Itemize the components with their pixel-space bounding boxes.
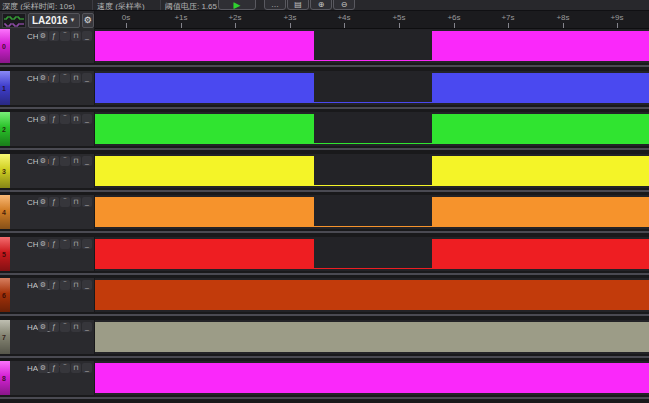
channel-color-strip[interactable]: 0: [0, 29, 10, 63]
channel-trigger-low-icon[interactable]: _: [82, 73, 92, 83]
waveform-track[interactable]: [95, 71, 649, 105]
ruler-tick-mark: [563, 23, 564, 28]
channel-trigger-edge-icon[interactable]: ⊓: [71, 239, 81, 249]
ruler-tick-label: +6s: [447, 13, 460, 22]
ruler-tick-mark: [126, 23, 127, 28]
channel-trigger-high-icon[interactable]: ‾: [60, 239, 70, 249]
waveform-track[interactable]: [95, 361, 649, 395]
channel-trigger-low-icon[interactable]: _: [82, 31, 92, 41]
ruler-tick-mark: [290, 23, 291, 28]
channel-color-strip[interactable]: 1: [0, 71, 10, 105]
channel-frequency-icon[interactable]: ƒ: [49, 156, 59, 166]
channel-frequency-icon[interactable]: ƒ: [49, 31, 59, 41]
ruler-tick-label: 0s: [122, 13, 130, 22]
channel-trigger-edge-icon[interactable]: ⊓: [71, 114, 81, 124]
device-name: LA2016: [32, 14, 68, 27]
channel-trigger-high-icon[interactable]: ‾: [60, 197, 70, 207]
channel-number: 2: [2, 126, 6, 133]
channel-header: 5 CH3N ⚙ ƒ ‾ ⊓ _: [0, 237, 95, 271]
channel-trigger-edge-icon[interactable]: ⊓: [71, 363, 81, 373]
channel-settings-gear-icon[interactable]: ⚙: [38, 322, 48, 332]
device-and-ruler-row: LA2016 ▼ ⚙ 0s+1s+2s+3s+4s+5s+6s+7s+8s+9s: [0, 11, 649, 29]
device-panel: LA2016 ▼ ⚙: [0, 11, 95, 29]
time-ruler[interactable]: 0s+1s+2s+3s+4s+5s+6s+7s+8s+9s: [95, 11, 649, 29]
channel-trigger-low-icon[interactable]: _: [82, 280, 92, 290]
app-logo-icon: [2, 13, 26, 28]
waveform-low-baseline: [314, 226, 432, 227]
channel-color-strip[interactable]: 5: [0, 237, 10, 271]
channel-trigger-edge-icon[interactable]: ⊓: [71, 197, 81, 207]
channel-color-strip[interactable]: 2: [0, 112, 10, 146]
channel-settings-gear-icon[interactable]: ⚙: [38, 31, 48, 41]
zoom-in-button[interactable]: ⊕: [310, 0, 332, 10]
waveform-track[interactable]: [95, 320, 649, 354]
ruler-tick-mark: [399, 23, 400, 28]
channel-trigger-high-icon[interactable]: ‾: [60, 114, 70, 124]
zoom-out-button[interactable]: ⊖: [333, 0, 355, 10]
waveform-high-segment: [95, 363, 649, 393]
channel-trigger-low-icon[interactable]: _: [82, 322, 92, 332]
row-separator: [0, 229, 649, 237]
channel-color-strip[interactable]: 6: [0, 278, 10, 312]
channel-frequency-icon[interactable]: ƒ: [49, 280, 59, 290]
channel-trigger-low-icon[interactable]: _: [82, 114, 92, 124]
channel-settings-gear-icon[interactable]: ⚙: [38, 156, 48, 166]
channel-trigger-high-icon[interactable]: ‾: [60, 280, 70, 290]
channels-area: 0 CH1 ⚙ ƒ ‾ ⊓ _ 1 CH1N: [0, 29, 649, 403]
channel-settings-gear-icon[interactable]: ⚙: [38, 239, 48, 249]
start-capture-button[interactable]: ▶: [218, 0, 256, 10]
channel-frequency-icon[interactable]: ƒ: [49, 114, 59, 124]
row-separator: [0, 188, 649, 196]
channel-trigger-low-icon[interactable]: _: [82, 197, 92, 207]
channel-settings-gear-icon[interactable]: ⚙: [38, 114, 48, 124]
channel-trigger-low-icon[interactable]: _: [82, 363, 92, 373]
waveform-track[interactable]: [95, 154, 649, 188]
channel-frequency-icon[interactable]: ƒ: [49, 197, 59, 207]
ruler-tick-mark: [235, 23, 236, 28]
channel-color-strip[interactable]: 3: [0, 154, 10, 188]
channel-frequency-icon[interactable]: ƒ: [49, 363, 59, 373]
waveform-high-segment: [95, 239, 314, 269]
channel-frequency-icon[interactable]: ƒ: [49, 322, 59, 332]
channel-frequency-icon[interactable]: ƒ: [49, 239, 59, 249]
channel-color-strip[interactable]: 7: [0, 320, 10, 354]
threshold-voltage-label: 阈值电压: 1.65 V: [165, 1, 225, 11]
channel-settings-gear-icon[interactable]: ⚙: [38, 363, 48, 373]
waveform-track[interactable]: [95, 278, 649, 312]
export-button[interactable]: ▤: [287, 0, 309, 10]
channel-frequency-icon[interactable]: ƒ: [49, 73, 59, 83]
channel-trigger-edge-icon[interactable]: ⊓: [71, 156, 81, 166]
waveform-track[interactable]: [95, 112, 649, 146]
device-settings-button[interactable]: ⚙: [82, 13, 94, 28]
channel-header: 4 CH3 ⚙ ƒ ‾ ⊓ _: [0, 195, 95, 229]
channel-trigger-high-icon[interactable]: ‾: [60, 322, 70, 332]
channel-trigger-high-icon[interactable]: ‾: [60, 31, 70, 41]
channel-trigger-high-icon[interactable]: ‾: [60, 73, 70, 83]
channel-trigger-edge-icon[interactable]: ⊓: [71, 73, 81, 83]
channel-trigger-edge-icon[interactable]: ⊓: [71, 322, 81, 332]
channel-settings-gear-icon[interactable]: ⚙: [38, 197, 48, 207]
channel-trigger-low-icon[interactable]: _: [82, 156, 92, 166]
waveform-track[interactable]: [95, 29, 649, 63]
channel-row-ch3: 4 CH3 ⚙ ƒ ‾ ⊓ _: [0, 195, 649, 237]
channel-trigger-low-icon[interactable]: _: [82, 239, 92, 249]
row-separator: [0, 105, 649, 113]
channel-trigger-edge-icon[interactable]: ⊓: [71, 31, 81, 41]
channel-settings-gear-icon[interactable]: ⚙: [38, 280, 48, 290]
waveform-high-segment: [95, 280, 649, 310]
channel-trigger-high-icon[interactable]: ‾: [60, 363, 70, 373]
waveform-track[interactable]: [95, 237, 649, 271]
channel-trigger-edge-icon[interactable]: ⊓: [71, 280, 81, 290]
ruler-tick-label: +7s: [501, 13, 514, 22]
more-options-button[interactable]: …: [264, 0, 286, 10]
device-select-dropdown[interactable]: LA2016 ▼: [28, 13, 80, 28]
channel-color-strip[interactable]: 8: [0, 361, 10, 395]
waveform-track[interactable]: [95, 195, 649, 229]
row-separator: [0, 395, 649, 403]
channel-number: 3: [2, 167, 6, 174]
channel-header: 8 HALL_W ⚙ ƒ ‾ ⊓ _: [0, 361, 95, 395]
channel-settings-gear-icon[interactable]: ⚙: [38, 73, 48, 83]
channel-color-strip[interactable]: 4: [0, 195, 10, 229]
channel-trigger-high-icon[interactable]: ‾: [60, 156, 70, 166]
channel-number: 4: [2, 209, 6, 216]
